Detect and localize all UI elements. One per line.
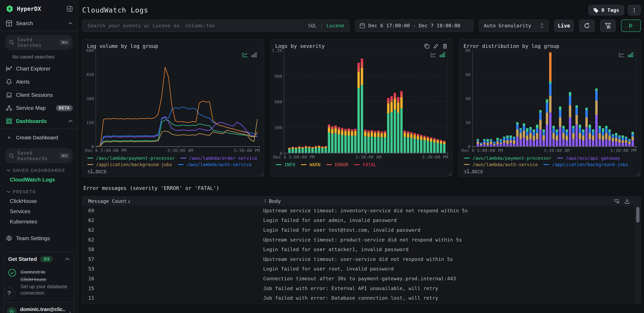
tags-button[interactable]: 0 Tags [588, 5, 624, 15]
get-started-item[interactable]: Connect to ClickHouseSet up your databas… [8, 268, 70, 296]
table-row[interactable]: 57Upstream service timeout: user-service… [82, 254, 640, 264]
column-message-count[interactable]: Message Count↓ [82, 198, 263, 204]
legend-item[interactable]: /application/background-jobs [87, 162, 172, 167]
legend-item[interactable]: FATAL [354, 162, 376, 167]
granularity-select[interactable]: Auto Granularity [479, 19, 549, 32]
legend-item[interactable]: WARN [301, 162, 320, 167]
download-icon[interactable] [624, 198, 630, 204]
language-sql[interactable]: SQL [308, 23, 317, 28]
legend-dash [544, 164, 549, 165]
cell-count: 62 [82, 227, 263, 233]
legend-more-link[interactable]: +1 more [87, 168, 106, 173]
help-button[interactable]: ? [3, 287, 15, 299]
legend-more-link[interactable]: +1 more [464, 168, 483, 173]
cell-body: Login failed for user root, invalid pass… [263, 266, 394, 272]
y-axis: 6004503001500 [84, 50, 96, 147]
bar-chart-toggle-icon[interactable] [440, 52, 445, 57]
sidebar-item-label: Service Map [16, 105, 52, 111]
sort-desc-icon[interactable]: ↓ [128, 198, 130, 204]
line-chart-toggle-icon[interactable] [619, 52, 625, 57]
avatar: D [7, 307, 17, 313]
sidebar-item-service-map[interactable]: Service Map BETA [0, 102, 78, 115]
sidebar-item-search[interactable]: Search [0, 17, 78, 30]
date-range-picker[interactable]: Dec 6 17:00:00 - Dec 7 18:00:00 [355, 19, 474, 32]
filter-button[interactable] [600, 19, 616, 32]
chart-plot[interactable] [472, 50, 636, 147]
laptop-icon [6, 92, 12, 98]
get-started-header[interactable]: Get Started 3/3 [8, 256, 70, 263]
language-lucene[interactable]: Lucene [326, 23, 344, 28]
table-row[interactable]: 15Job failed with error: External API un… [82, 284, 640, 293]
resize-handle[interactable] [260, 172, 263, 175]
edit-icon[interactable] [433, 43, 438, 49]
line-chart-toggle-icon[interactable] [242, 52, 248, 57]
table-row[interactable]: 58Login failed for user attacker1, inval… [82, 245, 640, 254]
cell-count: 16 [82, 276, 263, 282]
duplicate-icon[interactable] [424, 43, 430, 49]
section-presets[interactable]: PRESETS [0, 185, 78, 196]
sidebar-link-clickhouse[interactable]: ClickHouse [0, 196, 78, 206]
sidebar-item-chart-explorer[interactable]: Chart Explorer [0, 62, 78, 75]
main-content: CloudWatch Logs 0 Tags ⋮ Search your eve… [78, 0, 644, 313]
saved-searches-input[interactable]: Saved Searches ⌘K [5, 35, 73, 50]
table-scrollbar[interactable] [635, 206, 640, 303]
table-row[interactable]: 53Login failed for user root, invalid pa… [82, 264, 640, 274]
table-row[interactable]: 69Upstream service timeout: inventory-se… [82, 206, 640, 215]
search-icon [9, 153, 14, 159]
live-button[interactable]: Live [554, 19, 574, 32]
chevron-up-icon[interactable] [65, 258, 70, 261]
legend-dash [326, 164, 332, 165]
legend-item[interactable]: /aws/ecs/api-gateway [557, 156, 620, 161]
sidebar-link-cloudwatch-logs[interactable]: CloudWatch Logs [0, 174, 78, 185]
get-started-progress-badge: 3/3 [40, 256, 53, 263]
run-query-button[interactable] [621, 19, 641, 32]
section-saved-dashboards[interactable]: SAVED DASHBOARDS [0, 163, 78, 174]
sidebar-item-dashboards[interactable]: Dashboards [0, 115, 78, 128]
saved-dashboards-input[interactable]: Saved Dashboards ⌘K [5, 148, 73, 163]
user-menu[interactable]: D dominic.tran@clic... dominic.tran@clic… [3, 302, 74, 313]
table-row[interactable]: 62Upstream service timeout: product-serv… [82, 235, 640, 245]
axis-tick [96, 146, 96, 148]
chevron-up-icon[interactable] [68, 22, 73, 25]
resize-handle[interactable] [636, 172, 640, 175]
sidebar-link-services[interactable]: Services [0, 206, 78, 217]
sidebar: HyperDX Search Saved Searches ⌘K No save… [0, 0, 78, 313]
legend-item[interactable]: /aws/lambda/auth-service [178, 162, 252, 167]
chart-plot[interactable] [96, 50, 260, 147]
sidebar-item-alerts[interactable]: Alerts [0, 75, 78, 89]
dashboards-icon [6, 118, 12, 125]
resize-handle[interactable] [448, 172, 451, 175]
x-tick-label: Dec 6 5:00:00 PM [85, 148, 126, 153]
legend-item[interactable]: /aws/lambda/auth-service [464, 162, 538, 167]
sidebar-item-client-sessions[interactable]: Client Sessions [0, 88, 78, 102]
legend-item[interactable]: /aws/lambda/payment-processor [87, 156, 175, 161]
bar-chart-toggle-icon[interactable] [251, 52, 257, 57]
sidebar-link-kubernetes[interactable]: Kubernetes [0, 217, 78, 227]
user-email: dominic.tran@clickh... [20, 312, 66, 313]
legend-item[interactable]: /aws/lambda/payment-processor [464, 156, 552, 161]
bar-chart-toggle-icon[interactable] [628, 52, 633, 57]
drag-handle-icon[interactable]: ⠿ [263, 199, 266, 204]
search-input[interactable]: Search your events w/ Lucene ex. column:… [82, 19, 350, 32]
legend-item[interactable]: ERROR [326, 162, 348, 167]
table-row[interactable]: 16Connection timeout after 30s to paymen… [82, 274, 640, 284]
line-chart-toggle-icon[interactable] [430, 52, 436, 57]
chart-plot[interactable] [284, 50, 448, 153]
chevron-up-icon[interactable] [68, 120, 73, 123]
sidebar-item-team-settings[interactable]: Team Settings [0, 232, 78, 245]
axis-tick [472, 146, 473, 148]
column-body[interactable]: ⠿Body [263, 198, 614, 204]
legend-item[interactable]: /aws/lambda/order-service [180, 156, 257, 161]
refresh-button[interactable] [579, 19, 595, 32]
collapse-sidebar-icon[interactable] [66, 6, 73, 12]
scrollbar-thumb[interactable] [636, 207, 640, 222]
legend-item[interactable]: /application/background-jobs [544, 162, 628, 167]
table-row[interactable]: 62Login failed for user admin, invalid p… [82, 215, 640, 225]
wrap-text-icon[interactable] [614, 198, 620, 204]
kebab-menu-button[interactable]: ⋮ [628, 5, 641, 15]
create-dashboard-button[interactable]: + Create Dashboard [0, 130, 78, 145]
table-row[interactable]: 11Job failed with error: Database connec… [82, 293, 640, 303]
table-row[interactable]: 62Login failed for user test@test.com, i… [82, 225, 640, 235]
delete-icon[interactable] [442, 43, 448, 49]
legend-item[interactable]: INFO [276, 162, 295, 167]
